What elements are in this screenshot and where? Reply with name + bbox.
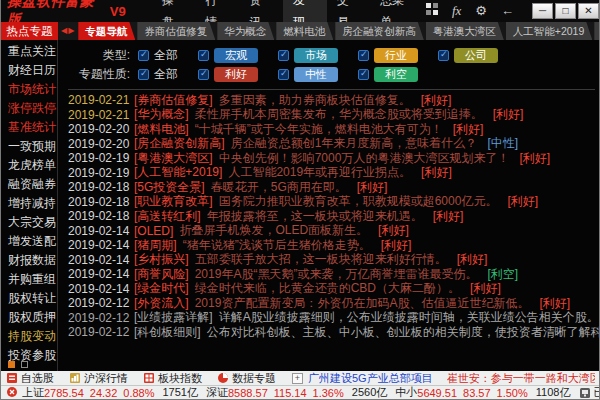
sidebar-item-benchmark-stats[interactable]: 基准统计 xyxy=(1,118,57,137)
news-topic-tag: 燃料电池 xyxy=(134,122,189,137)
checkbox-nature-neutral[interactable] xyxy=(278,69,289,80)
shortcut-watchlist[interactable]: 自选股 xyxy=(7,371,54,385)
news-row[interactable]: 2019-02-12 外资流入 2019资产配置新变局：外资仍在加码A股、估值逼… xyxy=(68,296,599,311)
index-volume: 1108亿 xyxy=(536,385,571,399)
checkbox-nature-bad[interactable] xyxy=(358,69,369,80)
sidebar-item-consensus[interactable]: 一致预期 xyxy=(1,137,57,156)
sidebar-item-placements[interactable]: 增发送配 xyxy=(1,232,57,251)
index-name: 中小 xyxy=(395,385,417,399)
tab-fuel-cell[interactable]: 燃料电池 xyxy=(276,22,333,40)
market-status-icon[interactable] xyxy=(7,387,17,399)
expand-ticker-icon[interactable]: + xyxy=(292,373,303,384)
news-topic-tag: 猪周期 xyxy=(134,238,177,253)
news-row[interactable]: 2019-02-12 业绩披露详解 详解A股业绩披露细则，公布业绩披露时间轴，关… xyxy=(68,311,599,326)
news-row[interactable]: 2019-02-14 绿金时代 绿金时代来临，比黄金还贵的CBD（大麻二酚）。 … xyxy=(68,282,599,297)
formula-icon[interactable]: fx xyxy=(452,0,461,22)
filter-row-type: 类型: 全部 宏观 市场 行业 xyxy=(68,46,599,65)
shortcut-sector-index[interactable]: 板块指数 xyxy=(144,371,202,385)
hot-topics-header[interactable]: 热点专题 xyxy=(1,22,58,40)
news-row[interactable]: 2019-02-12 科创板细则 公布对比科创板、主板、中小板、创业板的相关制度… xyxy=(68,325,599,340)
news-topic-tag: 券商估值修复 xyxy=(134,93,213,108)
tab-huawei-concept[interactable]: 华为概念 xyxy=(217,22,274,40)
checkbox-type-industry[interactable] xyxy=(358,50,369,61)
news-topic-tag: 科创板细则 xyxy=(134,325,201,340)
checkbox-type-macro[interactable] xyxy=(198,50,209,61)
data-pie-icon xyxy=(218,373,228,383)
news-date: 2019-02-14 xyxy=(68,253,134,267)
checkbox-type-market[interactable] xyxy=(278,50,289,61)
close-button[interactable]: ✕ xyxy=(578,3,599,19)
tag-macro: 宏观 xyxy=(214,48,258,63)
page-indicator[interactable] xyxy=(21,361,28,368)
index-quote-sme[interactable]: 中小 5649.51 83.57 1.50% 1108亿 xyxy=(395,385,570,399)
tab-scroll-arrows-icon[interactable]: ◀▶ xyxy=(58,22,78,40)
news-row[interactable]: 2019-02-14 乡村振兴 五部委联手放大招，这一板块将迎来利好行情。 利好 xyxy=(68,253,599,268)
news-topic-tag: 外资流入 xyxy=(134,296,189,311)
apps-grid-icon[interactable] xyxy=(426,0,438,22)
index-change: 83.57 xyxy=(463,387,491,399)
sidebar-item-mergers[interactable]: 并购重组 xyxy=(1,270,57,289)
tab-broker-valuation[interactable]: 券商估值修复 xyxy=(137,22,215,40)
news-title: 2019资产配置新变局：外资仍在加码A股、估值逼近世纪新低。 xyxy=(195,296,530,311)
news-ticker: + 广州建设5G产业总部项目 崔世安：参与一带一路和大湾区可使 xyxy=(292,371,595,385)
sidebar-item-market-stats[interactable]: 市场统计 xyxy=(1,80,57,99)
index-quote-shanghai[interactable]: 上证 2785.54 24.32 0.88% 1751亿 xyxy=(22,385,198,399)
news-title: 柔性屏手机本周密集发布，华为概念股或将受到追捧。 xyxy=(195,108,483,123)
sidebar-item-finance-calendar[interactable]: 财经日历 xyxy=(1,61,57,80)
shortcut-status-bar: 自选股 沪深行情 板块指数 数据专题 + 广州建设5G产业总部项目 崔世安：参与… xyxy=(1,371,599,385)
back-arrow-icon[interactable]: ← xyxy=(501,0,514,22)
tab-topic-nav[interactable]: 专题导航 xyxy=(78,22,135,40)
sidebar-item-equity-transfer[interactable]: 股权转让 xyxy=(1,289,57,308)
sidebar-item-equity-pledge[interactable]: 股权质押 xyxy=(1,308,57,327)
settings-gear-icon[interactable]: ⚙ xyxy=(475,0,487,22)
tab-ai-2019[interactable]: 人工智能+2019 xyxy=(506,22,593,40)
news-row[interactable]: 2019-02-21 华为概念 柔性屏手机本周密集发布，华为概念股或将受到追捧。… xyxy=(68,108,599,123)
checkbox-type-all[interactable] xyxy=(138,50,149,61)
news-title: 国务院力推职业教育改革，职教规模或超6000亿元。 xyxy=(219,195,498,210)
news-row[interactable]: 2019-02-18 高送转红利 年报披露将至，这一板块或将迎来机遇。 利好 xyxy=(68,209,599,224)
sidebar-item-limit-up-down[interactable]: 涨停跌停 xyxy=(1,99,57,118)
checkbox-type-company[interactable] xyxy=(438,50,449,61)
shortcut-data-topics[interactable]: 数据专题 xyxy=(218,371,276,385)
tab-5g-investment[interactable]: 5G投资全景 xyxy=(594,22,599,40)
tag-neutral: 中性 xyxy=(294,67,338,82)
news-row[interactable]: 2019-02-18 5G投资全景 春暖花开，5G商用在即。 利好 xyxy=(68,180,599,195)
sector-grid-icon xyxy=(144,373,154,383)
tab-property-financing[interactable]: 房企融资创新高 xyxy=(335,22,424,40)
news-row[interactable]: 2019-02-14 OLED 折叠屏手机焕发，OLED面板新生。 利好 xyxy=(68,224,599,239)
page-indicator-active[interactable] xyxy=(8,361,15,368)
tab-greater-bay-area[interactable]: 粤港澳大湾区 xyxy=(426,22,504,40)
checkbox-nature-good[interactable] xyxy=(198,69,209,80)
sidebar-pager xyxy=(8,361,34,368)
news-date: 2019-02-18 xyxy=(68,195,134,209)
news-row[interactable]: 2019-02-18 职业教育改革 国务院力推职业教育改革，职教规模或超6000… xyxy=(68,195,599,210)
sidebar-item-shareholding-change[interactable]: 持股变动 xyxy=(1,327,57,346)
news-row[interactable]: 2019-02-19 人工智能+2019 人工智能2019年或再迎行业拐点。 利… xyxy=(68,166,599,181)
checkbox-nature-all[interactable] xyxy=(138,69,149,80)
sidebar-item-key-focus[interactable]: 重点关注 xyxy=(1,42,57,61)
sidebar-item-holdings-change[interactable]: 增持减持 xyxy=(1,194,57,213)
news-date: 2019-02-14 xyxy=(68,224,134,238)
news-row[interactable]: 2019-02-20 燃料电池 “十城千辆”或于今年实施，燃料电池大有可为！ 利… xyxy=(68,122,599,137)
news-title: 详解A股业绩披露细则，公布业绩披露时间轴，关联业绩公告相关个股。 xyxy=(219,311,599,326)
ticker-headline-blue[interactable]: 广州建设5G产业总部项目 xyxy=(308,371,433,385)
news-row[interactable]: 2019-02-19 粤港澳大湾区 中央创先例！影响7000万人的粤港澳大湾区规… xyxy=(68,151,599,166)
news-row[interactable]: 2019-02-21 券商估值修复 多重因素，助力券商板块估值修复。 利好 xyxy=(68,93,599,108)
index-change: 115.14 xyxy=(274,387,307,399)
news-row[interactable]: 2019-02-14 商誉风险 2019年A股“黑天鹅”或来袭，万亿商誉埋雷谁最… xyxy=(68,267,599,282)
news-title: 人工智能2019年或再迎行业拐点。 xyxy=(228,166,411,181)
news-row[interactable]: 2019-02-14 猪周期 “猪年说猪”浅谈节后生猪价格走势。 利好 xyxy=(68,238,599,253)
sidebar-item-margin-trading[interactable]: 融资融券 xyxy=(1,175,57,194)
shortcut-quotes[interactable]: 沪深行情 xyxy=(70,371,128,385)
news-row[interactable]: 2019-02-20 房企融资创新高 房企融资总额创1年来月度新高，意味着什么？… xyxy=(68,137,599,152)
index-quote-shenzhen[interactable]: 深证 8588.57 115.14 1.36% 2560亿 xyxy=(206,385,387,399)
news-sentiment-badge: 利好 xyxy=(539,296,570,311)
news-sentiment-badge: 利好 xyxy=(453,122,484,137)
ticker-headline-red[interactable]: 崔世安：参与一带一路和大湾区可使 xyxy=(447,371,595,385)
maximize-button[interactable]: □ xyxy=(555,3,576,19)
sidebar-item-financial-reports[interactable]: 财报数据 xyxy=(1,251,57,270)
app-window: 操盘软件富豪版 V9 操盘 行情 资讯 发现 交易 总菜单 fx ⚙ ← ─ □… xyxy=(0,0,600,400)
sidebar-item-block-trades[interactable]: 大宗交易 xyxy=(1,213,57,232)
minimize-button[interactable]: ─ xyxy=(532,3,553,19)
sidebar-item-dragon-tiger[interactable]: 龙虎榜单 xyxy=(1,156,57,175)
